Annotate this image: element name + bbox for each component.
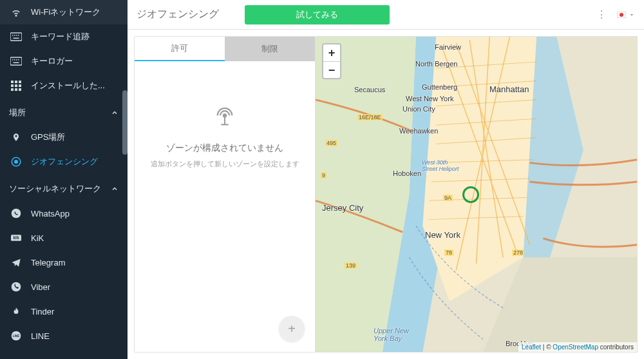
sidebar-item-geofencing[interactable]: ジオフェンシング xyxy=(0,150,128,174)
try-button[interactable]: 試してみる xyxy=(245,5,390,24)
wifi-icon xyxy=(9,6,23,18)
sidebar-item-label: LINE xyxy=(31,331,50,341)
map-route-label: 9A xyxy=(443,195,453,201)
svg-rect-4 xyxy=(16,35,17,36)
svg-rect-18 xyxy=(19,84,21,87)
svg-rect-11 xyxy=(18,59,19,61)
svg-rect-9 xyxy=(14,59,15,61)
section-label: 場所 xyxy=(9,107,26,119)
map-place-label: West 30th Street Heliport xyxy=(422,159,459,172)
map-route-label: 278 xyxy=(512,249,524,256)
sidebar-item-gps[interactable]: GPS場所 xyxy=(0,125,128,150)
sidebar-item-keyword[interactable]: キーワード追跡 xyxy=(0,24,128,49)
more-menu-icon[interactable]: ⋮ xyxy=(594,6,609,23)
sidebar-item-label: Wi-Fiネットワーク xyxy=(31,6,100,18)
topbar: ジオフェンシング 試してみる ⋮ xyxy=(128,0,644,30)
empty-state: ゾーンが構成されていません 追加ボタンを押して新しいゾーンを設定します xyxy=(135,61,315,352)
antenna-icon xyxy=(214,106,236,131)
map-place-label: Jersey City xyxy=(322,203,363,213)
leaflet-link[interactable]: Leaflet xyxy=(522,344,541,351)
map-place-label: New York xyxy=(425,230,460,240)
map-route-label: 9 xyxy=(321,172,327,179)
svg-point-23 xyxy=(15,160,18,164)
sidebar-item-label: Viber xyxy=(31,282,50,292)
svg-text:kik: kik xyxy=(14,235,19,240)
svg-rect-13 xyxy=(11,81,14,83)
plus-icon: + xyxy=(288,322,296,336)
svg-rect-14 xyxy=(15,81,17,83)
map-place-label: Fairview xyxy=(435,43,461,51)
tinder-icon xyxy=(9,306,23,317)
map-route-label: 78 xyxy=(444,249,453,256)
svg-rect-12 xyxy=(14,63,19,64)
sidebar-item-whatsapp[interactable]: WhatsApp xyxy=(0,201,128,226)
svg-rect-7 xyxy=(10,57,22,65)
sidebar-section-location[interactable]: 場所 xyxy=(0,98,128,125)
zoom-controls: + − xyxy=(322,43,341,79)
svg-rect-19 xyxy=(11,88,14,91)
sidebar-item-label: WhatsApp xyxy=(31,209,70,218)
caret-down-icon xyxy=(629,12,635,18)
empty-subtitle: 追加ボタンを押して新しいゾーンを設定します xyxy=(151,159,299,169)
map-route-label: 139 xyxy=(345,262,357,269)
sidebar-item-label: GPS場所 xyxy=(31,131,65,143)
map-attribution: Leaflet | © OpenStreetMap contributors xyxy=(518,342,637,352)
content-area: 許可 制限 ゾーンが構成されていません 追加ボタンを押して新しいゾーンを設定しま… xyxy=(128,30,644,359)
map-place-label: Upper New York Bay xyxy=(374,327,409,342)
empty-title: ゾーンが構成されていません xyxy=(166,142,283,154)
chevron-up-icon xyxy=(111,185,118,193)
svg-rect-1 xyxy=(10,33,22,41)
sidebar-item-installed[interactable]: インストールした... xyxy=(0,73,128,98)
sidebar-item-label: キーワード追跡 xyxy=(31,31,90,43)
map-route-label: 16E/18E xyxy=(357,114,383,121)
svg-rect-10 xyxy=(16,59,17,61)
keyboard-icon xyxy=(9,31,23,43)
sidebar-item-label: KiK xyxy=(31,233,44,243)
map-place-label: Hoboken xyxy=(393,170,421,177)
map-place-label: North Bergen xyxy=(415,60,457,68)
tab-restrict[interactable]: 制限 xyxy=(225,37,315,61)
map-place-label: Union City xyxy=(402,105,435,113)
section-label: ソーシャルネットワーク xyxy=(9,183,101,195)
telegram-icon xyxy=(9,257,23,268)
map-place-label: Secaucus xyxy=(354,86,385,93)
map-place-label: Manhattan xyxy=(489,84,529,94)
svg-rect-6 xyxy=(14,38,19,39)
osm-link[interactable]: OpenStreetMap xyxy=(553,344,598,351)
viber-icon xyxy=(9,281,23,293)
map[interactable]: + − Fairview North Bergen Guttenberg Man… xyxy=(316,36,638,353)
sidebar-item-telegram[interactable]: Telegram xyxy=(0,250,128,275)
sidebar-item-label: Telegram xyxy=(31,258,65,267)
svg-rect-2 xyxy=(12,35,14,36)
svg-rect-5 xyxy=(18,35,19,36)
zoom-out-button[interactable]: − xyxy=(323,61,340,78)
scrollbar[interactable] xyxy=(122,90,128,155)
pin-icon xyxy=(9,131,23,143)
svg-rect-16 xyxy=(11,84,14,87)
svg-rect-15 xyxy=(19,81,21,83)
sidebar-item-kik[interactable]: kik KiK xyxy=(0,226,128,250)
zoom-in-button[interactable]: + xyxy=(323,44,340,61)
tab-allow[interactable]: 許可 xyxy=(135,37,225,61)
zone-tabs: 許可 制限 xyxy=(135,37,315,61)
sidebar-item-label: インストールした... xyxy=(31,80,105,92)
sidebar-item-line[interactable]: LINE LINE xyxy=(0,324,128,348)
target-icon xyxy=(9,156,23,168)
sidebar-item-wifi[interactable]: Wi-Fiネットワーク xyxy=(0,0,128,24)
svg-rect-8 xyxy=(12,59,14,61)
svg-point-0 xyxy=(15,15,17,17)
language-dropdown[interactable] xyxy=(617,12,635,18)
add-zone-button[interactable]: + xyxy=(279,316,305,342)
sidebar-section-social[interactable]: ソーシャルネットワーク xyxy=(0,174,128,201)
svg-point-24 xyxy=(12,209,21,218)
sidebar: Wi-Fiネットワーク キーワード追跡 キーロガー インストールした... 場所… xyxy=(0,0,128,359)
sidebar-item-label: ジオフェンシング xyxy=(31,156,98,168)
sidebar-item-label: Tinder xyxy=(31,307,54,316)
zones-panel: 許可 制限 ゾーンが構成されていません 追加ボタンを押して新しいゾーンを設定しま… xyxy=(134,36,316,353)
sidebar-item-keylogger[interactable]: キーロガー xyxy=(0,49,128,73)
main-content: ジオフェンシング 試してみる ⋮ 許可 制限 ゾーンが構成されていません 追加ボ… xyxy=(128,0,644,359)
geofence-marker[interactable] xyxy=(462,186,479,203)
sidebar-item-viber[interactable]: Viber xyxy=(0,275,128,299)
map-place-label: Guttenberg xyxy=(422,83,457,91)
sidebar-item-tinder[interactable]: Tinder xyxy=(0,299,128,324)
